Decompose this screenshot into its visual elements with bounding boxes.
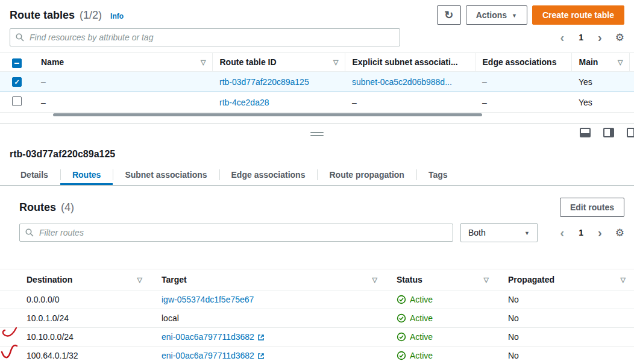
scrollbar-thumb[interactable]: [53, 113, 482, 116]
cell-destination: 100.64.0.1/32: [27, 351, 78, 360]
chevron-down-icon: ▼: [512, 13, 517, 19]
fullscreen-panel-layout-icon[interactable]: [627, 128, 634, 137]
routes-panel-header: Routes (4) Edit routes: [0, 186, 634, 219]
table-row[interactable]: – rtb-4ce2da28 – – Yes: [0, 92, 634, 113]
tab-details[interactable]: Details: [8, 165, 60, 185]
cell-main: Yes: [579, 77, 592, 87]
external-link-icon: [257, 352, 265, 362]
refresh-button[interactable]: ↻: [437, 5, 461, 25]
detail-panel-title: rtb-03d77af220c89a125: [0, 144, 634, 160]
tab-routes[interactable]: Routes: [60, 165, 113, 185]
row-checkbox[interactable]: [12, 96, 22, 106]
status-badge: Active: [397, 309, 489, 327]
routes-table: Destination ▽ Target ▽ Status ▽ Propagat…: [0, 269, 634, 364]
page-count: (1/2): [80, 9, 102, 22]
cell-propagated: No: [508, 332, 519, 342]
row-checkbox[interactable]: ✓: [12, 77, 22, 87]
list-pagination: ‹ 1 ›: [560, 31, 602, 43]
detail-tabs: Details Routes Subnet associations Edge …: [0, 165, 634, 186]
sort-icon[interactable]: ▽: [618, 58, 623, 66]
gear-icon[interactable]: ⚙: [615, 33, 624, 43]
bottom-panel-layout-icon[interactable]: [580, 128, 591, 137]
tab-subnet-associations[interactable]: Subnet associations: [113, 165, 219, 185]
cell-name: –: [41, 98, 46, 107]
route-table-id-link[interactable]: rtb-4ce2da28: [219, 98, 269, 107]
tab-edge-associations[interactable]: Edge associations: [219, 165, 318, 185]
table-row[interactable]: 0.0.0.0/0 igw-055374dc1f5e75e67 Active N…: [0, 290, 634, 309]
status-badge: Active: [397, 347, 489, 364]
edit-routes-button[interactable]: Edit routes: [560, 198, 624, 217]
next-page-icon[interactable]: ›: [598, 31, 602, 43]
cell-propagated: No: [508, 295, 519, 304]
table-row[interactable]: 10.0.1.0/24 local Active No: [0, 309, 634, 328]
resource-search-box: [10, 28, 400, 46]
list-toolbar: ‹ 1 › ⚙: [0, 28, 634, 52]
info-link[interactable]: Info: [110, 12, 124, 20]
sort-icon[interactable]: ▽: [484, 276, 489, 284]
cell-edge: –: [482, 77, 487, 87]
page-number[interactable]: 1: [579, 33, 583, 42]
cell-explicit-subnet: –: [352, 98, 357, 107]
prev-page-icon[interactable]: ‹: [560, 31, 565, 43]
cell-propagated: No: [508, 351, 519, 360]
edit-routes-label: Edit routes: [570, 202, 614, 212]
column-header-destination: Destination: [27, 275, 72, 284]
table-header-row: Destination ▽ Target ▽ Status ▽ Propagat…: [0, 269, 634, 290]
actions-button[interactable]: Actions ▼: [466, 5, 527, 25]
column-header-main: Main: [579, 57, 598, 67]
column-header-edge-associations: Edge associations: [483, 57, 557, 67]
tab-tags[interactable]: Tags: [416, 165, 460, 185]
table-row[interactable]: ✓ – rtb-03d77af220c89a125 subnet-0ca5c2d…: [0, 72, 634, 92]
routes-count: (4): [61, 201, 74, 214]
routes-filter-input[interactable]: [38, 227, 447, 238]
sort-icon[interactable]: ▽: [372, 276, 377, 284]
cell-destination: 0.0.0.0/0: [27, 295, 60, 304]
prev-page-icon[interactable]: ‹: [560, 227, 565, 239]
route-type-select[interactable]: Both ▼: [460, 223, 538, 242]
gear-icon[interactable]: ⚙: [615, 228, 624, 238]
routes-filter-box: [19, 224, 453, 242]
search-icon: [25, 228, 34, 237]
cell-main: Yes: [579, 98, 592, 107]
subnet-association-link[interactable]: subnet-0ca5c2d06b988d...: [352, 77, 452, 87]
side-panel-layout-icon[interactable]: [603, 128, 614, 137]
route-table-id-link[interactable]: rtb-03d77af220c89a125: [219, 77, 309, 87]
target-link[interactable]: eni-00ac6a797711d3682: [162, 351, 254, 360]
routes-title: Routes: [19, 201, 56, 214]
create-route-table-button[interactable]: Create route table: [532, 5, 624, 25]
refresh-icon: ↻: [444, 8, 453, 22]
cell-name: –: [41, 77, 46, 87]
target-link[interactable]: eni-00ac6a797711d3682: [162, 332, 254, 342]
sort-icon[interactable]: ▽: [137, 276, 142, 284]
column-header-propagated: Propagated: [508, 275, 554, 284]
column-header-target: Target: [162, 275, 187, 284]
table-row[interactable]: 10.10.0.0/24 eni-00ac6a797711d3682 Activ…: [0, 328, 634, 347]
select-all-checkbox[interactable]: [12, 58, 22, 68]
column-header-route-table-id: Route table ID: [220, 57, 277, 67]
panel-layout-controls: [580, 128, 629, 137]
search-icon: [16, 33, 24, 42]
status-ok-icon: [397, 351, 406, 360]
sort-icon[interactable]: ▽: [621, 276, 626, 284]
create-route-table-label: Create route table: [542, 10, 614, 20]
sort-icon[interactable]: ▽: [201, 58, 206, 66]
routes-toolbar: Both ▼ ‹ 1 › ⚙: [0, 219, 634, 242]
route-tables-table: Name ▽ Route table ID ▽ Explicit subnet …: [0, 52, 634, 113]
status-ok-icon: [397, 332, 406, 342]
status-ok-icon: [397, 295, 406, 304]
tab-route-propagation[interactable]: Route propagation: [317, 165, 416, 185]
sort-icon[interactable]: ▽: [333, 58, 338, 66]
target-link[interactable]: igw-055374dc1f5e75e67: [162, 295, 254, 304]
next-page-icon[interactable]: ›: [598, 227, 602, 239]
route-type-select-value: Both: [468, 228, 486, 237]
table-row[interactable]: 100.64.0.1/32 eni-00ac6a797711d3682 Acti…: [0, 347, 634, 364]
chevron-down-icon: ▼: [524, 230, 530, 236]
column-header-explicit-subnet: Explicit subnet associati...: [353, 57, 458, 67]
search-input[interactable]: [28, 32, 394, 43]
page-number[interactable]: 1: [579, 228, 583, 237]
column-header-status: Status: [397, 275, 422, 284]
actions-button-label: Actions: [476, 10, 507, 20]
cell-destination: 10.0.1.0/24: [27, 313, 69, 323]
cell-target: local: [162, 313, 179, 323]
split-drag-handle-icon[interactable]: [310, 132, 324, 136]
